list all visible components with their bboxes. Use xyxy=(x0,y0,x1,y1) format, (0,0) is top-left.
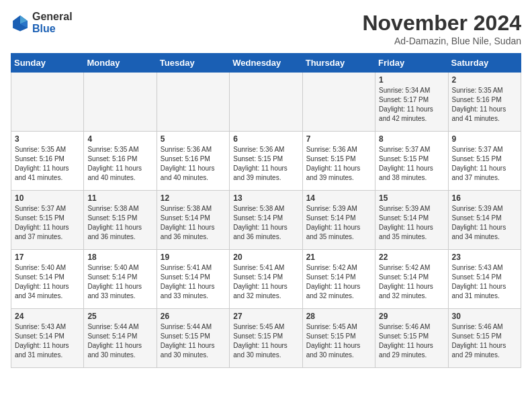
day-number: 20 xyxy=(233,253,298,262)
day-info: Sunrise: 5:41 AM Sunset: 5:14 PM Dayligh… xyxy=(233,263,298,301)
calendar-cell xyxy=(157,73,229,132)
day-number: 1 xyxy=(379,75,444,85)
day-number: 26 xyxy=(161,312,226,321)
calendar-cell: 14Sunrise: 5:39 AM Sunset: 5:14 PM Dayli… xyxy=(302,191,375,250)
day-number: 27 xyxy=(233,312,298,321)
calendar-cell: 9Sunrise: 5:37 AM Sunset: 5:15 PM Daylig… xyxy=(448,132,521,191)
day-number: 16 xyxy=(452,193,517,203)
calendar-cell: 12Sunrise: 5:38 AM Sunset: 5:14 PM Dayli… xyxy=(157,191,229,250)
day-info: Sunrise: 5:43 AM Sunset: 5:14 PM Dayligh… xyxy=(15,322,80,360)
calendar-cell: 19Sunrise: 5:41 AM Sunset: 5:14 PM Dayli… xyxy=(157,250,229,309)
calendar-cell: 5Sunrise: 5:36 AM Sunset: 5:16 PM Daylig… xyxy=(157,132,229,191)
day-info: Sunrise: 5:35 AM Sunset: 5:16 PM Dayligh… xyxy=(87,145,152,183)
calendar-cell: 15Sunrise: 5:39 AM Sunset: 5:14 PM Dayli… xyxy=(375,191,448,250)
day-info: Sunrise: 5:44 AM Sunset: 5:15 PM Dayligh… xyxy=(161,322,226,360)
logo: General Blue xyxy=(11,11,73,34)
calendar-cell xyxy=(230,73,302,132)
day-info: Sunrise: 5:38 AM Sunset: 5:14 PM Dayligh… xyxy=(233,204,298,242)
week-row-4: 17Sunrise: 5:40 AM Sunset: 5:14 PM Dayli… xyxy=(11,250,521,309)
day-number: 28 xyxy=(306,312,371,321)
weekday-header-monday: Monday xyxy=(84,54,157,73)
day-number: 5 xyxy=(161,134,226,144)
calendar-cell: 24Sunrise: 5:43 AM Sunset: 5:14 PM Dayli… xyxy=(11,309,84,368)
day-number: 2 xyxy=(452,75,517,85)
day-info: Sunrise: 5:38 AM Sunset: 5:15 PM Dayligh… xyxy=(87,204,152,242)
calendar-cell: 8Sunrise: 5:37 AM Sunset: 5:15 PM Daylig… xyxy=(375,132,448,191)
day-info: Sunrise: 5:36 AM Sunset: 5:15 PM Dayligh… xyxy=(233,145,298,183)
day-info: Sunrise: 5:44 AM Sunset: 5:14 PM Dayligh… xyxy=(87,322,152,360)
calendar-cell: 30Sunrise: 5:46 AM Sunset: 5:15 PM Dayli… xyxy=(448,309,521,368)
day-info: Sunrise: 5:40 AM Sunset: 5:14 PM Dayligh… xyxy=(87,263,152,301)
calendar-cell: 27Sunrise: 5:45 AM Sunset: 5:15 PM Dayli… xyxy=(230,309,302,368)
day-info: Sunrise: 5:39 AM Sunset: 5:14 PM Dayligh… xyxy=(379,204,444,242)
day-info: Sunrise: 5:35 AM Sunset: 5:16 PM Dayligh… xyxy=(452,86,517,124)
weekday-header-sunday: Sunday xyxy=(11,54,84,73)
calendar-cell: 2Sunrise: 5:35 AM Sunset: 5:16 PM Daylig… xyxy=(448,73,521,132)
day-number: 18 xyxy=(87,253,152,262)
logo-blue: Blue xyxy=(32,23,73,35)
logo-icon xyxy=(11,13,30,32)
week-row-1: 1Sunrise: 5:34 AM Sunset: 5:17 PM Daylig… xyxy=(11,73,521,132)
page-header: General Blue November 2024 Ad-Damazin, B… xyxy=(11,11,521,46)
calendar-cell: 16Sunrise: 5:39 AM Sunset: 5:14 PM Dayli… xyxy=(448,191,521,250)
day-info: Sunrise: 5:37 AM Sunset: 5:15 PM Dayligh… xyxy=(379,145,444,183)
day-number: 15 xyxy=(379,193,444,203)
day-number: 8 xyxy=(379,134,444,144)
day-info: Sunrise: 5:34 AM Sunset: 5:17 PM Dayligh… xyxy=(379,86,444,124)
day-number: 4 xyxy=(87,134,152,144)
calendar-cell: 21Sunrise: 5:42 AM Sunset: 5:14 PM Dayli… xyxy=(302,250,375,309)
day-number: 24 xyxy=(15,312,80,321)
calendar-cell xyxy=(11,73,84,132)
calendar-cell xyxy=(302,73,375,132)
location-subtitle: Ad-Damazin, Blue Nile, Sudan xyxy=(362,36,521,46)
day-number: 21 xyxy=(306,253,371,262)
day-number: 13 xyxy=(233,193,298,203)
day-number: 7 xyxy=(306,134,371,144)
day-number: 3 xyxy=(15,134,80,144)
day-info: Sunrise: 5:37 AM Sunset: 5:15 PM Dayligh… xyxy=(452,145,517,183)
calendar-cell: 23Sunrise: 5:43 AM Sunset: 5:14 PM Dayli… xyxy=(448,250,521,309)
calendar-cell: 29Sunrise: 5:46 AM Sunset: 5:15 PM Dayli… xyxy=(375,309,448,368)
day-info: Sunrise: 5:39 AM Sunset: 5:14 PM Dayligh… xyxy=(452,204,517,242)
day-number: 6 xyxy=(233,134,298,144)
calendar-cell: 18Sunrise: 5:40 AM Sunset: 5:14 PM Dayli… xyxy=(84,250,157,309)
calendar-cell: 4Sunrise: 5:35 AM Sunset: 5:16 PM Daylig… xyxy=(84,132,157,191)
month-title: November 2024 xyxy=(362,11,521,36)
calendar-cell: 7Sunrise: 5:36 AM Sunset: 5:15 PM Daylig… xyxy=(302,132,375,191)
calendar-table: SundayMondayTuesdayWednesdayThursdayFrid… xyxy=(11,53,521,368)
calendar-cell xyxy=(84,73,157,132)
weekday-header-wednesday: Wednesday xyxy=(230,54,302,73)
day-info: Sunrise: 5:40 AM Sunset: 5:14 PM Dayligh… xyxy=(15,263,80,301)
calendar-cell: 22Sunrise: 5:42 AM Sunset: 5:14 PM Dayli… xyxy=(375,250,448,309)
day-info: Sunrise: 5:42 AM Sunset: 5:14 PM Dayligh… xyxy=(306,263,371,301)
calendar-cell: 17Sunrise: 5:40 AM Sunset: 5:14 PM Dayli… xyxy=(11,250,84,309)
week-row-5: 24Sunrise: 5:43 AM Sunset: 5:14 PM Dayli… xyxy=(11,309,521,368)
day-info: Sunrise: 5:42 AM Sunset: 5:14 PM Dayligh… xyxy=(379,263,444,301)
day-number: 11 xyxy=(87,193,152,203)
day-number: 9 xyxy=(452,134,517,144)
day-number: 23 xyxy=(452,253,517,262)
day-number: 29 xyxy=(379,312,444,321)
day-info: Sunrise: 5:37 AM Sunset: 5:15 PM Dayligh… xyxy=(15,204,80,242)
weekday-header-saturday: Saturday xyxy=(448,54,521,73)
title-block: November 2024 Ad-Damazin, Blue Nile, Sud… xyxy=(362,11,521,46)
calendar-cell: 3Sunrise: 5:35 AM Sunset: 5:16 PM Daylig… xyxy=(11,132,84,191)
day-number: 19 xyxy=(161,253,226,262)
calendar-cell: 28Sunrise: 5:45 AM Sunset: 5:15 PM Dayli… xyxy=(302,309,375,368)
day-info: Sunrise: 5:46 AM Sunset: 5:15 PM Dayligh… xyxy=(452,322,517,360)
calendar-cell: 26Sunrise: 5:44 AM Sunset: 5:15 PM Dayli… xyxy=(157,309,229,368)
day-number: 30 xyxy=(452,312,517,321)
weekday-header-friday: Friday xyxy=(375,54,448,73)
day-info: Sunrise: 5:45 AM Sunset: 5:15 PM Dayligh… xyxy=(306,322,371,360)
day-info: Sunrise: 5:41 AM Sunset: 5:14 PM Dayligh… xyxy=(161,263,226,301)
calendar-cell: 20Sunrise: 5:41 AM Sunset: 5:14 PM Dayli… xyxy=(230,250,302,309)
weekday-header-tuesday: Tuesday xyxy=(157,54,229,73)
day-number: 14 xyxy=(306,193,371,203)
week-row-2: 3Sunrise: 5:35 AM Sunset: 5:16 PM Daylig… xyxy=(11,132,521,191)
day-info: Sunrise: 5:46 AM Sunset: 5:15 PM Dayligh… xyxy=(379,322,444,360)
day-info: Sunrise: 5:39 AM Sunset: 5:14 PM Dayligh… xyxy=(306,204,371,242)
day-info: Sunrise: 5:36 AM Sunset: 5:16 PM Dayligh… xyxy=(161,145,226,183)
week-row-3: 10Sunrise: 5:37 AM Sunset: 5:15 PM Dayli… xyxy=(11,191,521,250)
day-info: Sunrise: 5:45 AM Sunset: 5:15 PM Dayligh… xyxy=(233,322,298,360)
calendar-cell: 11Sunrise: 5:38 AM Sunset: 5:15 PM Dayli… xyxy=(84,191,157,250)
